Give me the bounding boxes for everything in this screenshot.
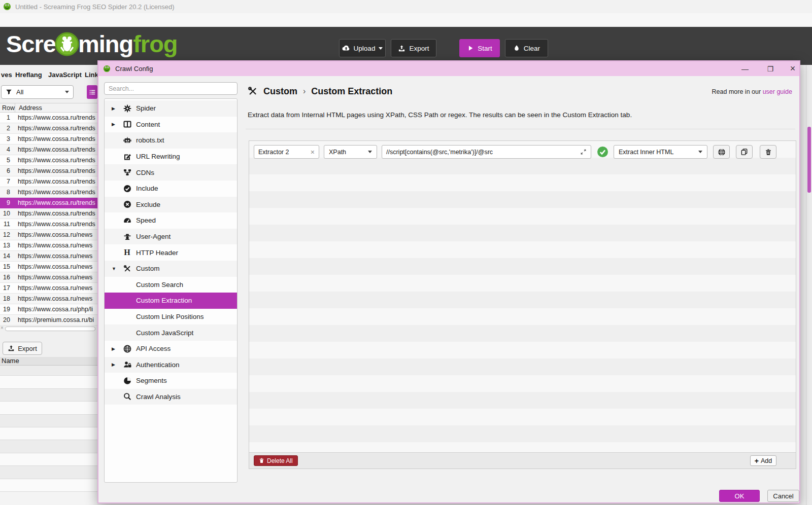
details-row[interactable] xyxy=(0,427,97,440)
table-row[interactable]: 11 https://www.cossa.ru/trends xyxy=(0,219,97,230)
table-row[interactable]: 7 https://www.cossa.ru/trends xyxy=(0,176,97,187)
expand-arrow[interactable]: ▶ xyxy=(112,122,120,127)
sidebar-item-user-agent[interactable]: User-Agent xyxy=(105,229,237,245)
table-row[interactable]: 3 https://www.cossa.ru/trends xyxy=(0,134,97,145)
scrollbar-thumb[interactable] xyxy=(807,127,811,193)
sidebar-item-exclude[interactable]: Exclude xyxy=(105,197,237,213)
upload-button[interactable]: Upload xyxy=(339,39,386,57)
menu-item[interactable] xyxy=(38,13,49,27)
table-row[interactable]: 17 https://www.cossa.ru/news xyxy=(0,283,97,294)
dialog-titlebar[interactable]: Crawl Config xyxy=(98,61,799,76)
clear-icon[interactable]: × xyxy=(311,148,315,156)
sidebar-item-speed[interactable]: Speed xyxy=(105,212,237,229)
menu-item[interactable] xyxy=(15,13,26,27)
export-lower-button[interactable]: Export xyxy=(3,342,42,355)
sidebar-item-custom-search[interactable]: Custom Search xyxy=(105,277,237,293)
details-row[interactable] xyxy=(0,453,97,466)
tab-hreflang[interactable]: Hreflang xyxy=(15,71,42,79)
user-guide-link[interactable]: user guide xyxy=(763,88,792,95)
sidebar-item-api-access[interactable]: ▶ API Access xyxy=(105,341,237,357)
sidebar-item-cdns[interactable]: CDNs xyxy=(105,164,237,181)
extractor-name-field[interactable]: × xyxy=(254,145,319,159)
sidebar-item-authentication[interactable]: ▶ Authentication xyxy=(105,357,237,373)
table-row[interactable]: 20 https://premium.cossa.ru/bi xyxy=(0,315,97,326)
table-row[interactable]: 6 https://www.cossa.ru/trends xyxy=(0,166,97,176)
add-extractor-button[interactable]: + Add xyxy=(750,455,776,466)
sidebar-item-content[interactable]: ▶ Content xyxy=(105,117,237,133)
export-button[interactable]: Export xyxy=(391,39,436,57)
menu-item[interactable] xyxy=(116,13,127,27)
table-row[interactable]: 5 https://www.cossa.ru/trends xyxy=(0,155,97,166)
menu-item[interactable] xyxy=(4,13,15,27)
details-row[interactable] xyxy=(0,415,97,427)
table-row[interactable]: 14 https://www.cossa.ru/news xyxy=(0,251,97,262)
menu-item[interactable] xyxy=(82,13,93,27)
extract-mode-select[interactable]: Extract Inner HTML xyxy=(614,145,707,159)
extractor-name-input[interactable] xyxy=(258,149,308,156)
sidebar-item-http-header[interactable]: H HTTP Header xyxy=(105,244,237,261)
menu-item[interactable] xyxy=(93,13,105,27)
menu-item[interactable] xyxy=(105,13,116,27)
test-globe-button[interactable] xyxy=(713,145,730,159)
duplicate-button[interactable] xyxy=(736,145,753,159)
clear-button[interactable]: Clear xyxy=(505,39,548,57)
extractor-expression-field[interactable] xyxy=(382,145,591,159)
breadcrumb-section[interactable]: Custom xyxy=(263,86,297,97)
menu-item[interactable] xyxy=(26,13,38,27)
delete-all-button[interactable]: Delete All xyxy=(254,455,298,466)
sidebar-item-include[interactable]: Include xyxy=(105,181,237,197)
cancel-button[interactable]: Cancel xyxy=(767,490,799,502)
sidebar-item-custom-extraction[interactable]: Custom Extraction xyxy=(105,293,237,309)
details-row[interactable] xyxy=(0,440,97,453)
close-button[interactable]: × xyxy=(787,61,799,76)
tab-link[interactable]: Link xyxy=(85,71,98,79)
menu-item[interactable] xyxy=(60,13,71,27)
tab-javascript[interactable]: JavaScript xyxy=(48,71,82,79)
table-row[interactable]: 9 https://www.cossa.ru/trends xyxy=(0,198,97,208)
expand-arrow[interactable]: ▶ xyxy=(112,362,120,367)
sidebar-item-spider[interactable]: ▶ Spider xyxy=(105,100,237,117)
details-row[interactable] xyxy=(0,479,97,492)
extractor-expression-input[interactable] xyxy=(386,149,577,156)
table-row[interactable]: 16 https://www.cossa.ru/news xyxy=(0,272,97,283)
start-button[interactable]: Start xyxy=(459,39,500,57)
extractor-type-select[interactable]: XPath xyxy=(324,145,377,159)
sidebar-item-custom-javascript[interactable]: Custom JavaScript xyxy=(105,324,237,341)
details-row[interactable] xyxy=(0,466,97,479)
filter-dropdown[interactable]: All xyxy=(1,85,74,99)
horizontal-scrollbar[interactable] xyxy=(5,327,95,331)
sidebar-item-segments[interactable]: Segments xyxy=(105,373,237,389)
tab-partial[interactable]: ves xyxy=(1,71,12,79)
ok-button[interactable]: OK xyxy=(719,490,760,502)
config-search-input[interactable] xyxy=(104,82,238,95)
expand-arrow[interactable]: ▶ xyxy=(112,346,120,351)
delete-extractor-button[interactable] xyxy=(760,145,776,159)
window-right-scrollbar[interactable] xyxy=(806,65,812,505)
table-row[interactable]: 19 https://www.cossa.ru/php/li xyxy=(0,304,97,315)
menu-item[interactable] xyxy=(71,13,82,27)
table-row[interactable]: 12 https://www.cossa.ru/news xyxy=(0,230,97,240)
menu-item[interactable] xyxy=(49,13,60,27)
table-row[interactable]: 13 https://www.cossa.ru/news xyxy=(0,240,97,251)
table-row[interactable]: 10 https://www.cossa.ru/trends xyxy=(0,208,97,219)
maximize-button[interactable]: ❐ xyxy=(764,61,776,76)
details-row[interactable] xyxy=(0,389,97,402)
sidebar-item-custom[interactable]: ▼ Custom xyxy=(105,261,237,277)
table-row[interactable]: 8 https://www.cossa.ru/trends xyxy=(0,187,97,198)
table-row[interactable]: 4 https://www.cossa.ru/trends xyxy=(0,145,97,155)
details-row[interactable] xyxy=(0,402,97,414)
table-row[interactable]: 1 https://www.cossa.ru/trends xyxy=(0,113,97,123)
list-view-button[interactable] xyxy=(87,85,97,99)
minimize-button[interactable]: — xyxy=(739,61,751,76)
sidebar-item-robots[interactable]: robots.txt xyxy=(105,132,237,149)
expand-arrow[interactable]: ▼ xyxy=(112,266,120,271)
table-row[interactable]: 15 https://www.cossa.ru/news xyxy=(0,262,97,272)
details-row[interactable] xyxy=(0,376,97,388)
expand-icon[interactable] xyxy=(580,149,587,155)
sidebar-item-crawl-analysis[interactable]: Crawl Analysis xyxy=(105,389,237,405)
sidebar-item-url-rewriting[interactable]: URL Rewriting xyxy=(105,149,237,165)
sidebar-item-custom-link-positions[interactable]: Custom Link Positions xyxy=(105,309,237,325)
table-row[interactable]: 2 https://www.cossa.ru/trends xyxy=(0,123,97,134)
expand-arrow[interactable]: ▶ xyxy=(112,106,120,111)
table-row[interactable]: 18 https://www.cossa.ru/news xyxy=(0,294,97,304)
